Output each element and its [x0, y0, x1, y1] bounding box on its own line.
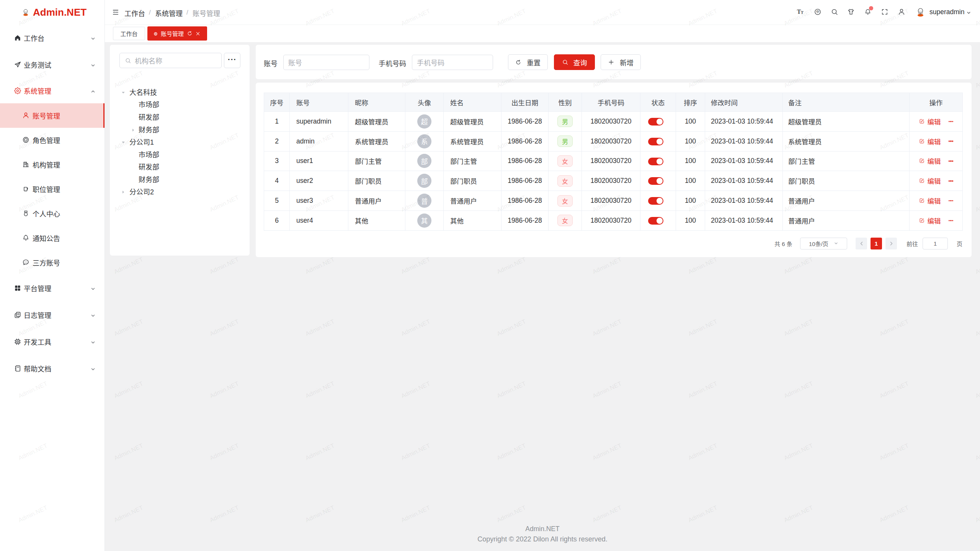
svg-text:Admin.NET: Admin.NET	[400, 256, 431, 275]
svg-text:Admin.NET: Admin.NET	[974, 132, 980, 151]
svg-text:中: 中	[816, 9, 819, 14]
svg-text:Admin.NET: Admin.NET	[209, 318, 240, 337]
svg-text:Admin.NET: Admin.NET	[879, 504, 910, 523]
svg-text:Admin.NET: Admin.NET	[591, 442, 623, 461]
svg-text:Admin.NET: Admin.NET	[783, 318, 814, 337]
svg-text:Admin.NET: Admin.NET	[879, 256, 910, 275]
svg-text:Admin.NET: Admin.NET	[687, 380, 719, 399]
svg-text:Admin.NET: Admin.NET	[879, 318, 910, 337]
svg-text:Admin.NET: Admin.NET	[687, 442, 719, 461]
svg-text:Admin.NET: Admin.NET	[400, 442, 431, 461]
svg-text:Admin.NET: Admin.NET	[783, 256, 814, 275]
svg-text:Admin.NET: Admin.NET	[113, 256, 144, 275]
svg-text:Admin.NET: Admin.NET	[209, 256, 240, 275]
svg-text:Admin.NET: Admin.NET	[783, 504, 814, 523]
svg-text:Admin.NET: Admin.NET	[304, 442, 336, 461]
svg-text:T: T	[801, 10, 804, 15]
svg-text:Admin.NET: Admin.NET	[113, 318, 144, 337]
svg-text:Admin.NET: Admin.NET	[974, 194, 980, 213]
svg-text:Admin.NET: Admin.NET	[591, 504, 623, 523]
svg-text:Admin.NET: Admin.NET	[496, 380, 527, 399]
svg-text:Admin.NET: Admin.NET	[496, 504, 527, 523]
svg-text:Admin.NET: Admin.NET	[496, 442, 527, 461]
svg-text:Admin.NET: Admin.NET	[974, 318, 980, 337]
svg-text:Admin.NET: Admin.NET	[879, 442, 910, 461]
svg-text:Admin.NET: Admin.NET	[496, 318, 527, 337]
svg-text:Admin.NET: Admin.NET	[974, 256, 980, 275]
svg-text:Admin.NET: Admin.NET	[974, 504, 980, 523]
svg-text:Admin.NET: Admin.NET	[783, 442, 814, 461]
svg-text:Admin.NET: Admin.NET	[304, 504, 336, 523]
svg-text:Admin.NET: Admin.NET	[591, 256, 623, 275]
svg-text:Admin.NET: Admin.NET	[400, 504, 431, 523]
svg-text:Admin.NET: Admin.NET	[400, 318, 431, 337]
svg-text:Admin.NET: Admin.NET	[783, 380, 814, 399]
svg-text:Admin.NET: Admin.NET	[400, 380, 431, 399]
svg-text:Admin.NET: Admin.NET	[591, 380, 623, 399]
svg-text:Admin.NET: Admin.NET	[591, 318, 623, 337]
svg-text:Admin.NET: Admin.NET	[304, 318, 336, 337]
svg-text:Admin.NET: Admin.NET	[209, 380, 240, 399]
svg-text:Admin.NET: Admin.NET	[974, 380, 980, 399]
svg-text:Admin.NET: Admin.NET	[113, 380, 144, 399]
svg-text:Admin.NET: Admin.NET	[304, 380, 336, 399]
svg-text:Admin.NET: Admin.NET	[974, 442, 980, 461]
svg-text:Admin.NET: Admin.NET	[974, 70, 980, 89]
svg-text:Admin.NET: Admin.NET	[304, 256, 336, 275]
svg-text:Admin.NET: Admin.NET	[209, 442, 240, 461]
svg-text:Admin.NET: Admin.NET	[687, 256, 719, 275]
svg-text:Admin.NET: Admin.NET	[496, 256, 527, 275]
svg-text:Admin.NET: Admin.NET	[113, 442, 144, 461]
svg-text:Admin.NET: Admin.NET	[879, 380, 910, 399]
svg-text:Admin.NET: Admin.NET	[687, 318, 719, 337]
svg-text:Admin.NET: Admin.NET	[687, 504, 719, 523]
svg-text:Admin.NET: Admin.NET	[113, 504, 144, 523]
svg-text:Admin.NET: Admin.NET	[209, 504, 240, 523]
